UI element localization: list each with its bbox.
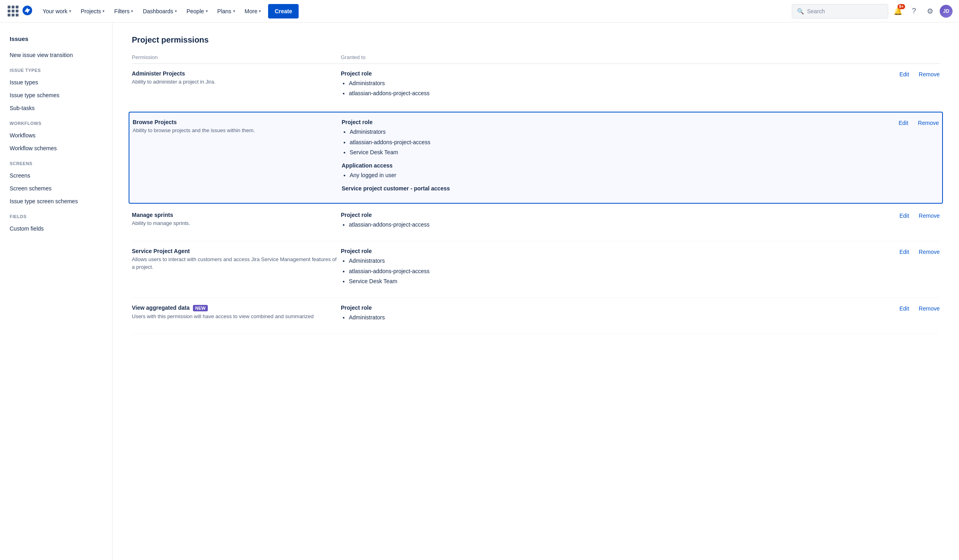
permissions-table: Administer ProjectsAbility to administer… [132, 64, 940, 334]
notification-badge: 9+ [898, 4, 905, 9]
list-item: atlassian-addons-project-access [350, 137, 899, 147]
permission-actions: EditRemove [900, 305, 940, 312]
permission-cell: Manage sprintsAbility to manage sprints. [132, 212, 341, 227]
chevron-down-icon: ▾ [206, 9, 208, 13]
permission-cell: Service Project AgentAllows users to int… [132, 248, 341, 270]
granted-section: Service project customer - portal access [342, 185, 899, 192]
sidebar-item-issue-type-screen-schemes[interactable]: Issue type screen schemes [0, 195, 112, 208]
sidebar: Issues New issue view transition ISSUE T… [0, 22, 113, 560]
avatar[interactable]: JD [940, 5, 953, 18]
app-layout: Issues New issue view transition ISSUE T… [0, 22, 959, 560]
sidebar-section-workflows: WORKFLOWS [0, 114, 112, 129]
table-header: Permission Granted to [132, 54, 940, 64]
permission-description: Ability to administer a project in Jira. [132, 78, 341, 86]
sidebar-item-workflows[interactable]: Workflows [0, 129, 112, 142]
settings-button[interactable]: ⚙ [924, 5, 936, 18]
granted-list: Any logged in user [342, 170, 899, 180]
list-item: Administrators [350, 127, 899, 137]
permission-actions: EditRemove [900, 212, 940, 219]
grid-icon [8, 6, 18, 16]
new-badge: NEW [193, 305, 208, 311]
main-content: Project permissions Permission Granted t… [113, 22, 959, 560]
granted-cell: Project roleAdministratorsatlassian-addo… [341, 70, 900, 103]
remove-button[interactable]: Remove [919, 249, 940, 255]
app-grid-button[interactable] [6, 5, 19, 18]
logo[interactable] [21, 4, 34, 18]
nav-more[interactable]: More ▾ [241, 3, 265, 19]
list-item: Administrators [349, 78, 900, 88]
edit-button[interactable]: Edit [900, 213, 909, 219]
nav-filters[interactable]: Filters ▾ [110, 3, 137, 19]
create-button[interactable]: Create [268, 4, 299, 18]
granted-section-title: Project role [342, 119, 899, 125]
sidebar-item-issue-types[interactable]: Issue types [0, 76, 112, 89]
permission-name: Manage sprints [132, 212, 341, 218]
list-item: Administrators [349, 256, 900, 266]
table-row: Browse ProjectsAbility to browse project… [129, 112, 943, 204]
table-row: View aggregated dataNEWUsers with this p… [132, 298, 940, 334]
edit-button[interactable]: Edit [900, 71, 909, 78]
permission-description: Users with this permission will have acc… [132, 313, 341, 320]
permission-name: View aggregated dataNEW [132, 305, 341, 311]
granted-section-title: Application access [342, 162, 899, 169]
granted-section-title: Project role [341, 248, 900, 254]
sidebar-item-workflow-schemes[interactable]: Workflow schemes [0, 142, 112, 155]
permission-cell: Browse ProjectsAbility to browse project… [133, 119, 342, 134]
granted-section-title: Project role [341, 212, 900, 218]
page-title: Project permissions [132, 35, 940, 45]
nav-plans[interactable]: Plans ▾ [213, 3, 239, 19]
granted-section: Project roleAdministratorsatlassian-addo… [341, 70, 900, 98]
nav-your-work[interactable]: Your work ▾ [39, 3, 75, 19]
nav-projects[interactable]: Projects ▾ [77, 3, 109, 19]
permission-name: Service Project Agent [132, 248, 341, 254]
remove-button[interactable]: Remove [918, 120, 939, 126]
table-row: Service Project AgentAllows users to int… [132, 241, 940, 298]
sidebar-item-custom-fields[interactable]: Custom fields [0, 222, 112, 235]
list-item: Service Desk Team [349, 276, 900, 286]
granted-cell: Project roleAdministrators [341, 305, 900, 327]
sidebar-item-issues[interactable]: Issues [0, 32, 112, 49]
remove-button[interactable]: Remove [919, 305, 940, 312]
granted-cell: Project roleAdministratorsatlassian-addo… [341, 248, 900, 291]
nav-people[interactable]: People ▾ [182, 3, 212, 19]
sidebar-item-screens[interactable]: Screens [0, 169, 112, 182]
sidebar-section-screens: SCREENS [0, 155, 112, 169]
list-item: atlassian-addons-project-access [349, 220, 900, 230]
notifications-button[interactable]: 🔔 9+ [891, 5, 904, 18]
nav-dashboards[interactable]: Dashboards ▾ [139, 3, 181, 19]
granted-section-title: Service project customer - portal access [342, 185, 899, 192]
help-button[interactable]: ? [908, 5, 920, 18]
granted-section: Application accessAny logged in user [342, 162, 899, 180]
sidebar-item-new-issue-view-transition[interactable]: New issue view transition [0, 49, 112, 61]
chevron-down-icon: ▾ [131, 9, 133, 13]
sidebar-item-sub-tasks[interactable]: Sub-tasks [0, 102, 112, 114]
permission-description: Allows users to interact with customers … [132, 256, 341, 270]
sidebar-item-screen-schemes[interactable]: Screen schemes [0, 182, 112, 195]
permission-actions: EditRemove [900, 70, 940, 78]
chevron-down-icon: ▾ [102, 9, 105, 13]
granted-section: Project roleAdministratorsatlassian-addo… [342, 119, 899, 157]
sidebar-item-issue-type-schemes[interactable]: Issue type schemes [0, 89, 112, 102]
granted-cell: Project roleatlassian-addons-project-acc… [341, 212, 900, 235]
edit-button[interactable]: Edit [899, 120, 908, 126]
list-item: Service Desk Team [350, 147, 899, 157]
granted-list: Administratorsatlassian-addons-project-a… [341, 256, 900, 286]
list-item: Any logged in user [350, 170, 899, 180]
list-item: Administrators [349, 313, 900, 323]
table-row: Administer ProjectsAbility to administer… [132, 64, 940, 110]
search-box[interactable]: 🔍 Search [792, 4, 888, 18]
edit-button[interactable]: Edit [900, 305, 909, 312]
chevron-down-icon: ▾ [175, 9, 177, 13]
permission-description: Ability to manage sprints. [132, 220, 341, 227]
table-row: Manage sprintsAbility to manage sprints.… [132, 205, 940, 241]
granted-list: Administratorsatlassian-addons-project-a… [342, 127, 899, 157]
nav-right: 🔍 Search 🔔 9+ ? ⚙ JD [792, 4, 953, 18]
remove-button[interactable]: Remove [919, 213, 940, 219]
permission-cell: Administer ProjectsAbility to administer… [132, 70, 341, 86]
remove-button[interactable]: Remove [919, 71, 940, 78]
granted-list: Administratorsatlassian-addons-project-a… [341, 78, 900, 98]
granted-section-title: Project role [341, 70, 900, 77]
permission-cell: View aggregated dataNEWUsers with this p… [132, 305, 341, 320]
edit-button[interactable]: Edit [900, 249, 909, 255]
search-placeholder: Search [807, 8, 825, 14]
